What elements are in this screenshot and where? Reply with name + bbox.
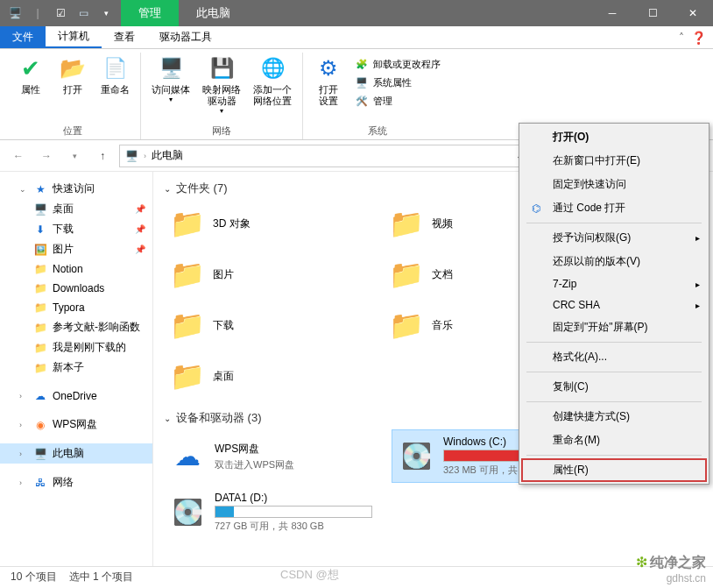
sidebar-pictures[interactable]: 🖼️图片📌 [0,239,152,259]
pc-icon: 🖥️ [33,447,47,461]
properties-icon: ✔ [17,54,45,82]
folder-downloads[interactable]: 📁下载 [164,301,383,349]
media-icon: 🖥️ [157,54,185,82]
manage-tab[interactable]: 管理 [121,0,179,26]
pin-icon: 📌 [135,224,145,234]
item-count: 10 个项目 [11,570,57,584]
downloads-icon: 📁 [169,307,206,344]
folder-icon: 📁 [33,361,47,375]
maximize-button[interactable]: ☐ [632,0,673,26]
checkbox-icon[interactable]: ☑ [51,4,70,23]
forward-button: → [35,145,58,167]
sidebar-notion[interactable]: 📁Notion [0,259,152,279]
network-location-icon: 🌐 [258,54,286,82]
drive-c-icon: 💽 [398,438,434,475]
vscode-icon: ⌬ [528,201,544,216]
up-button[interactable]: ↑ [91,145,114,167]
sidebar-desktop[interactable]: 🖥️桌面📌 [0,199,152,219]
3d-icon: 📁 [169,205,206,242]
ctx-crc-sha[interactable]: CRC SHA [521,294,707,315]
brand-logo-icon: ❇ [636,554,647,570]
sidebar-onedrive[interactable]: ›☁OneDrive [0,386,152,406]
ctx-code-open[interactable]: ⌬通过 Code 打开 [521,196,707,220]
ctx-properties[interactable]: 属性(R) [521,458,707,482]
system-icon: 🖥️ [356,77,368,89]
folder-icon: 📁 [33,281,47,295]
view-tab[interactable]: 查看 [102,26,147,48]
dropdown-icon[interactable]: ▾ [96,4,116,23]
system-properties-button[interactable]: 🖥️系统属性 [352,74,444,91]
computer-tab[interactable]: 计算机 [46,26,102,48]
star-icon: ★ [33,182,47,196]
minimize-button[interactable]: ─ [592,0,632,26]
sidebar-new-folder[interactable]: 📁新本子 [0,358,152,378]
sidebar-wps[interactable]: ›◉WPS网盘 [0,414,152,435]
folder-mini-icon[interactable]: ▭ [74,4,93,23]
pin-icon: 📌 [135,204,145,214]
chevron-right-icon[interactable]: › [144,152,146,160]
folder-pictures[interactable]: 📁图片 [164,251,383,298]
ctx-pin-quick[interactable]: 固定到快速访问 [521,173,707,196]
manage-button[interactable]: 🛠️管理 [352,93,444,110]
add-network-button[interactable]: 🌐 添加一个 网络位置 [250,53,295,123]
ctx-grant-access[interactable]: 授予访问权限(G) [521,226,707,250]
sidebar-this-pc[interactable]: ›🖥️此电脑 [0,443,152,464]
context-menu: 打开(O) 在新窗口中打开(E) 固定到快速访问 ⌬通过 Code 打开 授予访… [519,123,709,485]
open-settings-button[interactable]: ⚙ 打开 设置 [310,53,347,123]
uninstall-icon: 🧩 [356,59,368,70]
ctx-open[interactable]: 打开(O) [521,125,707,149]
title-label: 此电脑 [179,0,248,26]
ctx-separator [526,342,702,343]
manage-icon: 🛠️ [356,96,368,107]
folder-icon: 📁 [33,321,47,335]
wps-icon: ◉ [33,418,47,432]
uninstall-programs-button[interactable]: 🧩卸载或更改程序 [352,56,444,73]
ctx-pin-start[interactable]: 固定到"开始"屏幕(P) [521,315,707,339]
ctx-create-shortcut[interactable]: 创建快捷方式(S) [521,405,707,429]
titlebar: 🖥️ | ☑ ▭ ▾ 管理 此电脑 ─ ☐ ✕ [0,0,713,26]
collapse-ribbon-icon[interactable]: ˄ [679,32,684,44]
watermark-csdn: CSDN @想 [280,567,339,583]
ctx-format[interactable]: 格式化(A)... [521,345,707,369]
drive-wps[interactable]: ☁ WPS网盘双击进入WPS网盘 [164,429,392,483]
sidebar-downloads-en[interactable]: 📁Downloads [0,279,152,298]
ctx-new-window[interactable]: 在新窗口中打开(E) [521,149,707,173]
file-tab[interactable]: 文件 [0,26,46,48]
recent-dropdown[interactable]: ▾ [63,145,86,167]
sidebar-network[interactable]: ›🖧网络 [0,472,152,492]
properties-button[interactable]: ✔ 属性 [12,53,49,123]
folder-desktop[interactable]: 📁桌面 [164,352,383,400]
sidebar-downloads[interactable]: ⬇下载📌 [0,219,152,239]
drive-d[interactable]: 💽 DATA1 (D:) 727 GB 可用，共 830 GB [164,486,392,538]
pc-icon: 🖥️ [5,4,25,23]
help-icon[interactable]: ❓ [691,31,706,45]
selected-count: 选中 1 个项目 [69,570,133,584]
drive-tools-tab[interactable]: 驱动器工具 [147,26,224,48]
close-button[interactable]: ✕ [673,0,713,26]
sidebar-typora[interactable]: 📁Typora [0,298,152,317]
folder-icon: 📁 [33,262,47,276]
address-bar[interactable]: 🖥️ › 此电脑 ⌄ ⟳ [119,145,543,167]
folder-icon: 📁 [33,301,47,315]
map-drive-button[interactable]: 💾 映射网络 驱动器 ▾ [199,53,244,123]
ctx-rename[interactable]: 重命名(M) [521,429,707,452]
ctx-copy[interactable]: 复制(C) [521,375,707,399]
ctx-restore-prev[interactable]: 还原以前的版本(V) [521,250,707,273]
sidebar-refdocs[interactable]: 📁参考文献-影响函数 [0,317,152,337]
sidebar-quick-access[interactable]: ⌄★快速访问 [0,179,152,199]
folder-3d-objects[interactable]: 📁3D 对象 [164,200,383,247]
ctx-separator [526,372,702,372]
address-text: 此电脑 [152,148,183,163]
divider-icon: | [28,4,47,23]
group-network-label: 网络 [148,123,295,139]
access-media-button[interactable]: 🖥️ 访问媒体 ▾ [148,53,194,123]
ctx-7zip[interactable]: 7-Zip [521,273,707,294]
watermark-brand: ❇ 纯净之家 gdhst.cn [636,554,706,584]
sidebar: ⌄★快速访问 🖥️桌面📌 ⬇下载📌 🖼️图片📌 📁Notion 📁Downloa… [0,172,153,566]
rename-button[interactable]: 📄 重命名 [96,53,133,123]
sidebar-just-downloaded[interactable]: 📁我是刚刚下载的 [0,337,152,358]
open-button[interactable]: 📂 打开 [54,53,91,123]
back-button[interactable]: ← [7,145,30,167]
documents-icon: 📁 [388,256,425,293]
drive-d-icon: 💽 [169,494,206,531]
